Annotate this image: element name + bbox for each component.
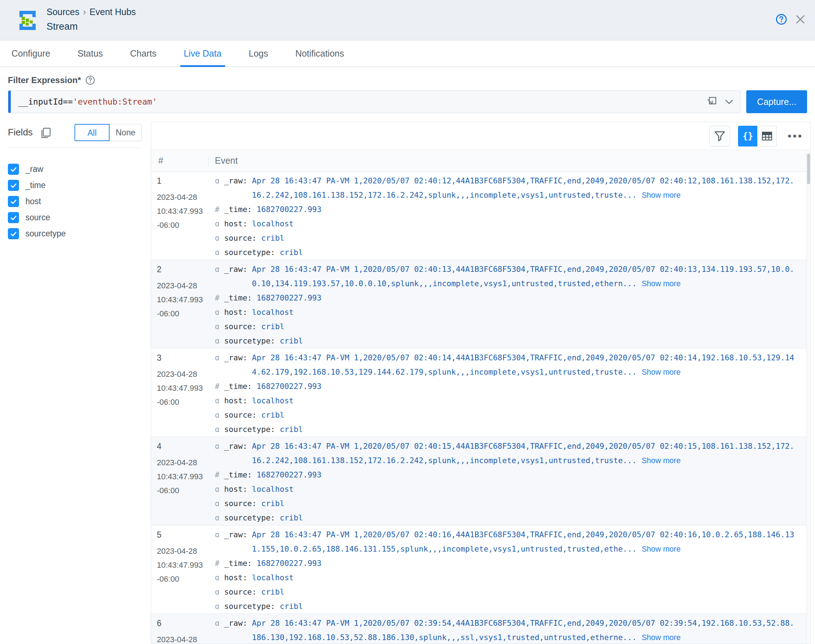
- field-line: ɑ host: localhost: [215, 570, 806, 585]
- string-type-icon: ɑ: [215, 513, 224, 522]
- expand-editor-icon[interactable]: [706, 96, 717, 107]
- string-type-icon: ɑ: [215, 602, 224, 611]
- tab-logs[interactable]: Logs: [249, 40, 268, 66]
- field-value: 1682700227.993: [257, 382, 322, 391]
- field-name: source:: [224, 233, 261, 242]
- table-view-button[interactable]: [757, 126, 777, 147]
- event-number: 1: [157, 174, 215, 188]
- string-type-icon: ɑ: [215, 411, 224, 419]
- event-hubs-logo-icon: [16, 9, 39, 32]
- event-tz: -06:00: [157, 572, 215, 586]
- filter-help-icon[interactable]: [85, 75, 95, 85]
- field-value: Apr 28 16:43:47 PA-VM 1,2020/05/07 02:40…: [252, 530, 794, 539]
- event-time: 10:43:47.993: [157, 204, 215, 218]
- field-item-source: source: [8, 210, 142, 225]
- events-table-header: # Event: [151, 150, 806, 172]
- breadcrumb-sources[interactable]: Sources: [46, 7, 80, 17]
- show-more-link[interactable]: Show more: [642, 191, 681, 199]
- fields-toggle-all[interactable]: All: [75, 124, 110, 141]
- field-value: Apr 28 16:43:47 PA-VM 1,2020/05/07 02:40…: [252, 353, 794, 362]
- filter-events-button[interactable]: [709, 126, 730, 147]
- more-options-button[interactable]: •••: [787, 132, 803, 140]
- show-more-link[interactable]: Show more: [642, 368, 681, 376]
- field-line: ɑ source: cribl: [215, 497, 806, 511]
- json-view-button[interactable]: {}: [738, 126, 757, 147]
- check-icon: [10, 182, 17, 189]
- event-row[interactable]: 1 2023-04-28 10:43:47.993 -06:00 ɑ _raw:…: [151, 172, 806, 260]
- event-timestamp: 2023-04-28 10:43:47.993 -06:00: [157, 190, 215, 232]
- scrollbar-thumb[interactable]: [807, 154, 810, 184]
- field-label[interactable]: sourcetype: [25, 229, 66, 239]
- field-name: sourcetype:: [224, 425, 280, 434]
- field-name: sourcetype:: [224, 336, 280, 345]
- field-line: ɑ sourcetype: cribl: [215, 422, 806, 437]
- event-row[interactable]: 4 2023-04-28 10:43:47.993 -06:00 ɑ _raw:…: [151, 437, 806, 526]
- tab-charts[interactable]: Charts: [130, 40, 156, 66]
- field-name: _raw:: [224, 530, 252, 539]
- field-line: 4.62.179,192.168.10.53,129.144.62.179,sp…: [215, 365, 806, 379]
- field-checkbox-checked[interactable]: [8, 180, 19, 191]
- tab-configure[interactable]: Configure: [11, 40, 50, 66]
- fields-toggle-none[interactable]: None: [110, 124, 142, 141]
- field-line: ɑ host: localhost: [215, 394, 806, 408]
- capture-button[interactable]: Capture...: [746, 90, 807, 113]
- filter-expression-input[interactable]: __inputId=='eventhub:Stream': [8, 90, 740, 113]
- field-label[interactable]: source: [25, 213, 50, 222]
- tab-status[interactable]: Status: [77, 40, 103, 66]
- event-number: 3: [157, 351, 215, 365]
- field-checkbox-checked[interactable]: [8, 212, 19, 223]
- field-item-host: host: [8, 193, 142, 210]
- show-more-link[interactable]: Show more: [642, 279, 681, 288]
- chevron-down-icon[interactable]: [725, 97, 734, 106]
- event-tz: -06:00: [157, 395, 215, 409]
- field-value: localhost: [252, 219, 294, 228]
- string-type-icon: ɑ: [215, 425, 224, 434]
- close-icon[interactable]: [795, 14, 806, 25]
- field-name: _raw:: [224, 176, 252, 185]
- tab-notifications[interactable]: Notifications: [296, 40, 344, 66]
- event-row[interactable]: 2 2023-04-28 10:43:47.993 -06:00 ɑ _raw:…: [151, 260, 806, 348]
- field-label[interactable]: host: [25, 197, 41, 206]
- event-timestamp: 2023-04-28 10:43:47.993 -06:00: [157, 279, 215, 320]
- field-value: cribl: [280, 425, 303, 434]
- copy-fields-icon[interactable]: [39, 127, 52, 140]
- string-type-icon: ɑ: [215, 619, 224, 627]
- field-name: _time:: [224, 293, 257, 302]
- event-row[interactable]: 3 2023-04-28 10:43:47.993 -06:00 ɑ _raw:…: [151, 348, 806, 437]
- field-value: Apr 28 16:43:47 PA-VM 1,2020/05/07 02:40…: [252, 442, 794, 451]
- field-line: # _time: 1682700227.993: [215, 202, 806, 217]
- event-row[interactable]: 6 2023-04-28 10:43:47.993 -06:00 ɑ _raw:…: [151, 614, 806, 644]
- event-fields: ɑ _raw: Apr 28 16:43:47 PA-VM 1,2020/05/…: [215, 616, 806, 644]
- tab-live-data[interactable]: Live Data: [184, 40, 222, 66]
- number-type-icon: #: [215, 559, 224, 568]
- event-timestamp: 2023-04-28 10:43:47.993 -06:00: [157, 633, 215, 644]
- filter-expression-value[interactable]: __inputId=='eventhub:Stream': [18, 90, 157, 113]
- field-name: _time:: [224, 382, 257, 391]
- event-number: 5: [157, 527, 215, 542]
- event-timestamp: 2023-04-28 10:43:47.993 -06:00: [157, 455, 215, 497]
- tab-bar: ConfigureStatusChartsLive DataLogsNotifi…: [0, 40, 815, 67]
- string-type-icon: ɑ: [215, 353, 224, 362]
- field-label[interactable]: _time: [25, 181, 46, 190]
- field-name: sourcetype:: [224, 602, 280, 611]
- field-checkbox-checked[interactable]: [8, 196, 19, 207]
- event-row[interactable]: 5 2023-04-28 10:43:47.993 -06:00 ɑ _raw:…: [151, 526, 806, 614]
- column-header-event: Event: [215, 150, 238, 171]
- help-icon[interactable]: [776, 14, 787, 25]
- show-more-link[interactable]: Show more: [642, 545, 681, 554]
- field-name: _time:: [224, 205, 257, 214]
- string-type-icon: ɑ: [215, 442, 224, 451]
- show-more-link[interactable]: Show more: [642, 633, 681, 642]
- field-name: _raw:: [224, 442, 252, 451]
- fields-toggle-group: All None: [75, 124, 142, 141]
- field-label[interactable]: _raw: [25, 164, 43, 174]
- field-name: sourcetype:: [224, 513, 280, 522]
- field-checkbox-checked[interactable]: [8, 164, 19, 175]
- field-value: localhost: [252, 396, 294, 405]
- field-checkbox-checked[interactable]: [8, 228, 19, 239]
- app-header: Sources›Event Hubs Stream: [0, 0, 815, 40]
- show-more-link[interactable]: Show more: [642, 456, 681, 465]
- vertical-scrollbar[interactable]: [806, 150, 810, 644]
- field-line: # _time: 1682700227.993: [215, 556, 806, 570]
- breadcrumb-event-hubs[interactable]: Event Hubs: [89, 7, 136, 17]
